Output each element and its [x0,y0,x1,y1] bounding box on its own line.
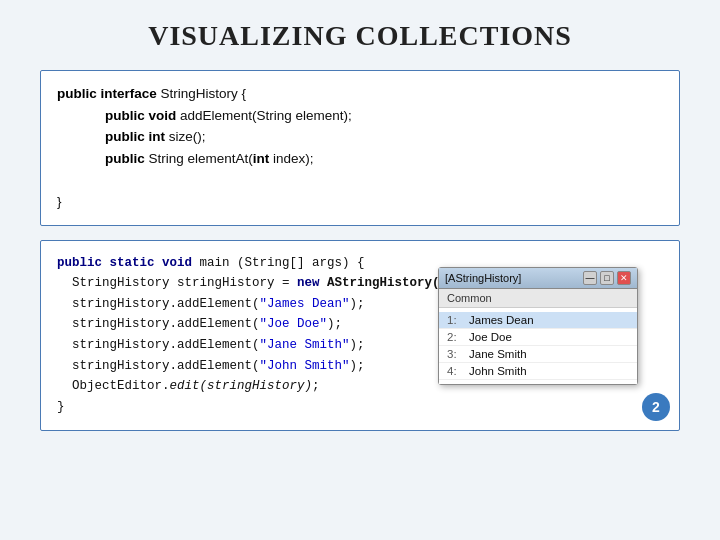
row-num: 1: [447,314,461,326]
debugger-row[interactable]: 4: John Smith [439,363,637,380]
debugger-titlebar: [AStringHistory] — □ ✕ [439,268,637,289]
close-button[interactable]: ✕ [617,271,631,285]
maximize-button[interactable]: □ [600,271,614,285]
row-name: Joe Doe [469,331,512,343]
debugger-row[interactable]: 1: James Dean [439,312,637,329]
bottom-circle: 2 [642,393,670,421]
row-name: James Dean [469,314,534,326]
debugger-controls: — □ ✕ [583,271,631,285]
debugger-title: [AStringHistory] [445,272,521,284]
debugger-list: 1: James Dean 2: Joe Doe 3: Jane Smith 4… [439,308,637,384]
interface-code-box: public interface StringHistory { public … [40,70,680,226]
minimize-button[interactable]: — [583,271,597,285]
row-num: 3: [447,348,461,360]
row-name: John Smith [469,365,527,377]
debugger-window[interactable]: [AStringHistory] — □ ✕ Common 1: James D… [438,267,638,385]
debugger-tab-bar[interactable]: Common [439,289,637,308]
row-name: Jane Smith [469,348,527,360]
debugger-row[interactable]: 2: Joe Doe [439,329,637,346]
row-num: 4: [447,365,461,377]
page-title: VISUALIZING COLLECTIONS [148,20,572,52]
row-num: 2: [447,331,461,343]
debugger-row[interactable]: 3: Jane Smith [439,346,637,363]
